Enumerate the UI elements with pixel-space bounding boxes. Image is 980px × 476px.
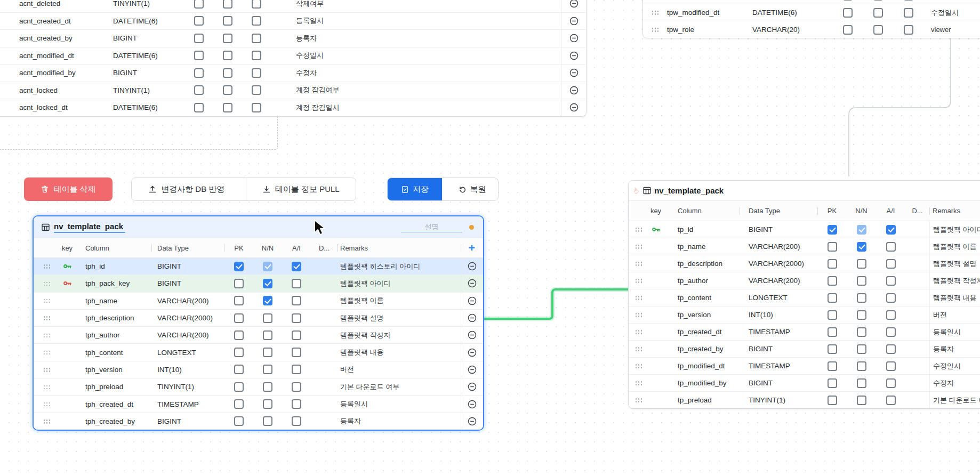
pk-checkbox[interactable] xyxy=(194,51,204,60)
column-name-cell[interactable]: tp_author xyxy=(668,272,740,289)
remark-cell[interactable]: 템플릿팩 내용 xyxy=(929,289,980,306)
data-type-cell[interactable]: VARCHAR(200) xyxy=(740,238,817,255)
drag-handle[interactable] xyxy=(34,327,55,343)
nn-checkbox[interactable] xyxy=(263,330,272,340)
pk-checkbox[interactable] xyxy=(234,416,244,426)
remove-column-button[interactable] xyxy=(561,47,586,64)
pk-checkbox[interactable] xyxy=(828,327,837,337)
drag-handle[interactable] xyxy=(629,272,644,289)
pk-checkbox[interactable] xyxy=(828,242,837,252)
nn-checkbox[interactable] xyxy=(857,344,866,354)
drag-handle[interactable] xyxy=(643,0,662,4)
data-type-cell[interactable]: TIMESTAMP xyxy=(740,358,817,374)
remark-cell[interactable]: 템플릿팩 히스토리 아이디 xyxy=(338,258,461,275)
ai-checkbox[interactable] xyxy=(292,382,301,392)
pk-checkbox[interactable] xyxy=(234,296,244,305)
column-name-cell[interactable]: tp_description xyxy=(668,255,740,272)
table-name[interactable]: nv_template_pack xyxy=(654,186,724,195)
remark-cell[interactable]: 버전 xyxy=(338,361,461,378)
column-name-cell[interactable]: tph_id xyxy=(79,258,151,275)
nn-checkbox[interactable] xyxy=(857,396,866,405)
pk-checkbox[interactable] xyxy=(234,348,244,357)
data-type-cell[interactable]: BIGINT xyxy=(740,221,817,238)
drag-handle[interactable] xyxy=(34,293,55,309)
table-card-tpw[interactable]: tpw_modified_dtDATETIME(6)수정일시tpw_roleVA… xyxy=(642,0,980,38)
remove-column-button[interactable] xyxy=(561,0,586,12)
pk-checkbox[interactable] xyxy=(194,68,204,78)
remark-cell[interactable]: 등록자 xyxy=(929,341,980,357)
data-type-cell[interactable]: VARCHAR(2000) xyxy=(740,255,817,272)
ai-checkbox[interactable] xyxy=(886,276,896,286)
table-row[interactable]: acnt_modified_byBIGINT수정자 xyxy=(0,64,586,82)
nn-checkbox[interactable] xyxy=(857,242,866,252)
column-name-cell[interactable]: acnt_created_dt xyxy=(12,13,106,30)
pk-checkbox[interactable] xyxy=(234,399,244,409)
pk-checkbox[interactable] xyxy=(234,313,244,323)
pk-checkbox[interactable] xyxy=(828,310,837,320)
table-row[interactable]: acnt_lockedTINYINT(1)계정 잠김여부 xyxy=(0,82,586,100)
column-name-cell[interactable]: tp_created_by xyxy=(668,341,740,357)
data-type-cell[interactable]: BIGINT xyxy=(740,375,817,391)
save-button[interactable]: 저장 xyxy=(388,178,442,200)
column-name-cell[interactable]: tp_version xyxy=(668,306,740,323)
data-type-cell[interactable]: LONGTEXT xyxy=(151,344,224,360)
column-name-cell[interactable]: tp_id xyxy=(668,221,740,238)
remove-column-button[interactable] xyxy=(461,344,483,360)
ai-checkbox[interactable] xyxy=(252,16,261,26)
table-row[interactable]: tph_pack_keyBIGINT템플릿팩 아이디 xyxy=(34,275,483,292)
remark-cell[interactable]: 등록일시 xyxy=(338,396,461,412)
column-name-cell[interactable]: acnt_locked_dt xyxy=(12,99,106,116)
table-row[interactable]: acnt_modified_dtDATETIME(6)수정일시 xyxy=(0,47,586,65)
table-card-acnt[interactable]: acnt_deletedTINYINT(1)삭제여부acnt_created_d… xyxy=(0,0,587,117)
remark-cell[interactable]: 템플릿팩 설명 xyxy=(929,255,980,272)
nn-checkbox[interactable] xyxy=(263,382,272,392)
column-name-cell[interactable]: tp_content xyxy=(668,289,740,306)
column-name-cell[interactable]: tp_modified_by xyxy=(668,375,740,391)
nn-checkbox[interactable] xyxy=(263,279,272,288)
data-type-cell[interactable]: VARCHAR(2000) xyxy=(151,310,224,326)
restore-button[interactable]: 복원 xyxy=(446,178,498,200)
remove-column-button[interactable] xyxy=(461,258,483,275)
remark-cell[interactable]: 수정일시 xyxy=(292,47,561,64)
nn-checkbox[interactable] xyxy=(857,361,866,371)
pk-checkbox[interactable] xyxy=(843,8,853,18)
table-row[interactable]: tp_idBIGINT템플릿팩 아이디 xyxy=(629,221,980,238)
remark-cell[interactable]: viewer xyxy=(923,21,980,38)
column-name-cell[interactable]: tph_name xyxy=(79,293,151,309)
column-name-cell[interactable]: acnt_modified_dt xyxy=(12,47,106,64)
column-name-cell[interactable]: tpw_modified_dt xyxy=(662,4,752,21)
nn-checkbox[interactable] xyxy=(873,8,883,18)
table-row[interactable]: tp_nameVARCHAR(200)템플릿팩 이름 xyxy=(629,238,980,255)
column-name-cell[interactable]: tph_version xyxy=(79,361,151,378)
pk-checkbox[interactable] xyxy=(828,225,837,235)
column-name-cell[interactable]: acnt_locked xyxy=(12,82,106,99)
column-name-cell[interactable]: tph_created_dt xyxy=(79,396,151,412)
pk-checkbox[interactable] xyxy=(234,262,244,271)
ai-checkbox[interactable] xyxy=(886,327,896,337)
remark-cell[interactable]: 템플릿팩 작성자 xyxy=(338,327,461,343)
pull-table-info-button[interactable]: 테이블 정보 PULL xyxy=(246,178,356,200)
table-row[interactable] xyxy=(643,0,980,4)
ai-checkbox[interactable] xyxy=(904,0,913,1)
pk-checkbox[interactable] xyxy=(194,85,204,95)
pk-checkbox[interactable] xyxy=(828,276,837,286)
drag-handle[interactable] xyxy=(629,306,644,323)
remark-cell[interactable]: 수정일시 xyxy=(929,358,980,374)
remark-cell[interactable]: 템플릿팩 작성자 xyxy=(929,272,980,289)
remark-cell[interactable]: 계정 잠김일시 xyxy=(292,99,561,116)
table-row[interactable]: acnt_deletedTINYINT(1)삭제여부 xyxy=(0,0,586,13)
table-row[interactable]: tpw_modified_dtDATETIME(6)수정일시 xyxy=(643,4,980,21)
column-name-cell[interactable]: tp_modified_dt xyxy=(668,358,740,374)
nn-checkbox[interactable] xyxy=(263,313,272,323)
drag-handle[interactable] xyxy=(629,324,644,340)
data-type-cell[interactable]: BIGINT xyxy=(740,341,817,357)
drag-handle[interactable] xyxy=(34,413,55,430)
ai-checkbox[interactable] xyxy=(886,310,896,320)
drag-handle[interactable] xyxy=(629,238,644,255)
table-row[interactable]: tp_contentLONGTEXT템플릿팩 내용 xyxy=(629,289,980,306)
delete-table-button[interactable]: 테이블 삭제 xyxy=(24,178,113,201)
table-row[interactable]: tp_descriptionVARCHAR(2000)템플릿팩 설명 xyxy=(629,255,980,272)
ai-checkbox[interactable] xyxy=(252,68,261,78)
nn-checkbox[interactable] xyxy=(873,25,883,35)
drag-handle[interactable] xyxy=(34,378,55,395)
